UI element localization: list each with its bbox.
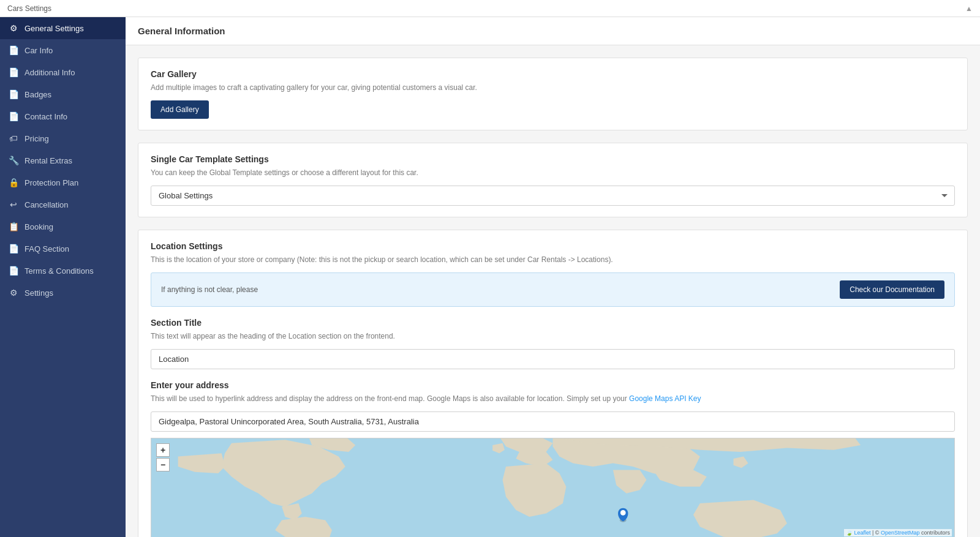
section-title-input[interactable] (151, 349, 955, 369)
doc-icon-badges: 📄 (9, 89, 18, 99)
gear-icon: ⚙ (9, 23, 18, 33)
enter-address-group: Enter your address This will be used to … (151, 380, 955, 537)
sidebar-label-badges: Badges (24, 90, 51, 99)
info-banner: If anything is not clear, please Check o… (151, 272, 955, 307)
map-attribution: 🍃 Leaflet | © OpenStreetMap contributors (844, 529, 952, 536)
sidebar-label-settings: Settings (24, 288, 53, 298)
sidebar-label-cancellation: Cancellation (24, 200, 69, 209)
tag-icon: 🏷 (9, 133, 18, 143)
osm-link[interactable]: OpenStreetMap (881, 530, 920, 536)
car-gallery-title: Car Gallery (151, 69, 955, 79)
section-title-group: Section Title This text will appear as t… (151, 318, 955, 369)
lock-icon: 🔒 (9, 178, 18, 187)
enter-address-title: Enter your address (151, 380, 955, 390)
sidebar-item-additional-info[interactable]: 📄 Additional Info (0, 61, 126, 83)
sidebar-label-protection-plan: Protection Plan (24, 178, 78, 187)
scroll-indicator: ▲ (965, 4, 973, 13)
template-select[interactable]: Global Settings (151, 186, 955, 206)
doc-icon-contact: 📄 (9, 111, 18, 121)
sidebar: ⚙ General Settings 📄 Car Info 📄 Addition… (0, 17, 126, 537)
page-title: General Information (138, 26, 225, 36)
sidebar-item-terms-conditions[interactable]: 📄 Terms & Conditions (0, 260, 126, 282)
content-area: General Information Car Gallery Add mult… (126, 17, 980, 537)
sidebar-item-pricing[interactable]: 🏷 Pricing (0, 127, 126, 149)
zoom-out-button[interactable]: − (156, 458, 170, 471)
content-body: Car Gallery Add multiple images to craft… (126, 45, 980, 537)
sidebar-label-additional-info: Additional Info (24, 68, 75, 77)
attribution-suffix: contributors (921, 530, 950, 536)
sidebar-label-rental-extras: Rental Extras (24, 156, 72, 165)
top-bar: Cars Settings ▲ (0, 0, 980, 17)
sidebar-label-contact-info: Contact Info (24, 112, 67, 121)
add-gallery-button[interactable]: Add Gallery (151, 100, 209, 119)
location-settings-section: Location Settings This is the location o… (138, 230, 968, 537)
car-gallery-desc: Add multiple images to craft a captivati… (151, 82, 955, 93)
leaflet-link[interactable]: Leaflet (854, 530, 870, 536)
address-desc-text: This will be used to hyperlink address a… (151, 394, 627, 403)
map-container[interactable]: + − 🍃 Leaflet | © OpenStreetMap contribu… (151, 438, 955, 537)
sidebar-label-booking: Booking (24, 222, 53, 231)
sidebar-item-faq-section[interactable]: 📄 FAQ Section (0, 238, 126, 260)
single-car-template-section: Single Car Template Settings You can kee… (138, 143, 968, 217)
section-title-label: Section Title (151, 318, 955, 328)
doc-icon-faq: 📄 (9, 244, 18, 253)
sidebar-item-booking[interactable]: 📋 Booking (0, 216, 126, 238)
sidebar-label-general-settings: General Settings (24, 24, 84, 33)
undo-icon: ↩ (9, 200, 18, 209)
location-settings-title: Location Settings (151, 241, 955, 251)
doc-icon-additional: 📄 (9, 67, 18, 77)
google-maps-api-link[interactable]: Google Maps API Key (629, 394, 701, 403)
sidebar-item-rental-extras[interactable]: 🔧 Rental Extras (0, 149, 126, 171)
map-controls: + − (156, 443, 170, 471)
sidebar-item-settings[interactable]: ⚙ Settings (0, 282, 126, 304)
banner-text: If anything is not clear, please (161, 285, 832, 294)
main-layout: ⚙ General Settings 📄 Car Info 📄 Addition… (0, 17, 980, 537)
top-bar-title: Cars Settings (7, 4, 51, 13)
section-title-desc: This text will appear as the heading of … (151, 331, 955, 342)
clipboard-icon: 📋 (9, 222, 18, 231)
doc-icon-carinfo: 📄 (9, 45, 18, 55)
content-header: General Information (126, 17, 980, 45)
sidebar-label-car-info: Car Info (24, 46, 53, 55)
car-gallery-section: Car Gallery Add multiple images to craft… (138, 58, 968, 130)
svg-point-2 (620, 510, 626, 516)
single-car-template-title: Single Car Template Settings (151, 154, 955, 164)
single-car-template-desc: You can keep the Global Template setting… (151, 167, 955, 178)
address-input[interactable] (151, 411, 955, 432)
check-documentation-button[interactable]: Check our Documentation (840, 280, 944, 299)
gear-icon-settings: ⚙ (9, 288, 18, 298)
location-settings-desc: This is the location of your store or co… (151, 254, 955, 265)
wrench-icon: 🔧 (9, 156, 18, 165)
sidebar-item-car-info[interactable]: 📄 Car Info (0, 39, 126, 61)
doc-icon-terms: 📄 (9, 266, 18, 276)
sidebar-item-badges[interactable]: 📄 Badges (0, 83, 126, 105)
sidebar-label-pricing: Pricing (24, 134, 49, 143)
sidebar-item-general-settings[interactable]: ⚙ General Settings (0, 17, 126, 39)
zoom-in-button[interactable]: + (156, 443, 170, 457)
sidebar-item-cancellation[interactable]: ↩ Cancellation (0, 193, 126, 216)
map-svg (151, 438, 954, 537)
sidebar-item-protection-plan[interactable]: 🔒 Protection Plan (0, 171, 126, 193)
enter-address-desc: This will be used to hyperlink address a… (151, 393, 955, 404)
sidebar-item-contact-info[interactable]: 📄 Contact Info (0, 105, 126, 127)
sidebar-label-faq-section: FAQ Section (24, 244, 69, 253)
sidebar-label-terms-conditions: Terms & Conditions (24, 266, 94, 276)
